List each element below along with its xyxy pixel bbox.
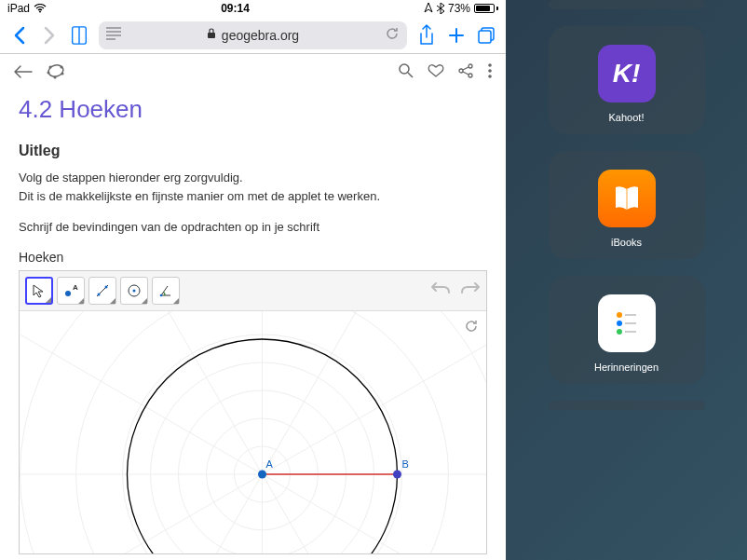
svg-point-5 xyxy=(49,66,52,69)
redo-button[interactable] xyxy=(460,280,481,301)
svg-point-12 xyxy=(469,64,472,68)
bookmarks-button[interactable] xyxy=(69,25,89,46)
reader-icon[interactable] xyxy=(106,27,121,43)
battery-pct: 73% xyxy=(448,2,470,15)
svg-text:A: A xyxy=(73,283,78,292)
ibooks-icon xyxy=(598,170,656,227)
tool-move[interactable] xyxy=(25,277,53,305)
status-bar: iPad 09:14 73% xyxy=(0,0,506,17)
back-button[interactable] xyxy=(9,25,30,46)
section-heading: Uitleg xyxy=(19,143,487,159)
page-content: 4.2 Hoeken Uitleg Volg de stappen hieron… xyxy=(0,91,506,558)
svg-point-10 xyxy=(400,64,409,74)
battery-icon xyxy=(474,4,498,13)
applet-canvas[interactable]: A B xyxy=(20,311,486,553)
svg-rect-3 xyxy=(479,31,491,43)
app-card-peek-bottom[interactable] xyxy=(549,401,705,410)
tool-line[interactable] xyxy=(88,277,116,305)
svg-point-24 xyxy=(160,294,163,296)
tool-angle[interactable] xyxy=(152,277,180,305)
svg-point-17 xyxy=(65,291,71,296)
tool-point[interactable]: A xyxy=(57,277,85,305)
app-back-button[interactable] xyxy=(13,62,34,84)
favorite-icon[interactable] xyxy=(428,62,444,83)
svg-point-23 xyxy=(133,289,136,292)
location-icon xyxy=(424,3,433,14)
svg-point-48 xyxy=(617,329,622,335)
svg-point-6 xyxy=(61,66,63,69)
more-icon[interactable] xyxy=(487,62,493,83)
kahoot-icon: K! xyxy=(598,45,656,102)
svg-point-8 xyxy=(54,76,57,79)
tabs-button[interactable] xyxy=(476,25,496,46)
app-card-peek-top[interactable] xyxy=(549,0,705,9)
applet-toolbar: A xyxy=(20,271,486,311)
bluetooth-icon xyxy=(437,3,444,14)
geogebra-app-bar xyxy=(0,54,506,91)
point-b-label: B xyxy=(402,458,409,470)
search-icon[interactable] xyxy=(398,62,414,83)
svg-line-39 xyxy=(20,335,263,474)
geogebra-applet[interactable]: A xyxy=(19,270,487,554)
svg-point-7 xyxy=(61,73,64,75)
share-button[interactable] xyxy=(416,25,437,46)
app-card-ibooks[interactable]: iBooks xyxy=(549,151,705,259)
svg-point-44 xyxy=(617,312,622,318)
app-card-kahoot[interactable]: K! Kahoot! xyxy=(549,26,705,134)
ibooks-label: iBooks xyxy=(611,237,642,248)
svg-line-37 xyxy=(20,474,263,553)
svg-rect-1 xyxy=(208,33,215,38)
applet-heading: Hoeken xyxy=(19,250,487,265)
svg-line-38 xyxy=(263,474,487,553)
app-card-reminders[interactable]: Herinneringen xyxy=(549,276,705,384)
clock: 09:14 xyxy=(221,2,250,15)
address-bar[interactable]: geogebra.org xyxy=(99,21,407,49)
instruction-paragraph-1: Volg de stappen hieronder erg zorgvuldig… xyxy=(19,169,487,205)
geogebra-logo-icon[interactable] xyxy=(47,61,65,84)
page-title: 4.2 Hoeken xyxy=(19,95,487,124)
reset-applet-icon[interactable] xyxy=(464,319,479,337)
svg-point-21 xyxy=(105,285,108,288)
svg-point-4 xyxy=(48,63,65,78)
reminders-label: Herinneringen xyxy=(594,362,659,373)
svg-point-13 xyxy=(469,74,472,77)
kahoot-label: Kahoot! xyxy=(609,112,645,123)
safari-window: iPad 09:14 73% xyxy=(0,0,506,560)
geometry-plot[interactable]: A B xyxy=(20,311,486,553)
carrier-label: iPad xyxy=(7,2,30,15)
svg-point-31 xyxy=(20,311,487,553)
wifi-icon xyxy=(34,4,47,13)
svg-point-16 xyxy=(488,75,492,78)
ipad-dock-sidebar: K! Kahoot! iBooks Herinneringen xyxy=(506,0,747,560)
svg-point-11 xyxy=(459,69,463,73)
svg-point-14 xyxy=(488,63,492,67)
point-a[interactable] xyxy=(258,470,266,478)
point-a-label: A xyxy=(266,458,274,470)
new-tab-button[interactable] xyxy=(446,25,467,46)
svg-line-36 xyxy=(263,335,487,474)
svg-point-9 xyxy=(48,72,50,75)
share-page-icon[interactable] xyxy=(457,62,474,83)
point-b[interactable] xyxy=(393,470,401,478)
instruction-paragraph-2: Schrijf de bevindingen van de opdrachten… xyxy=(19,218,487,237)
reminders-icon xyxy=(598,294,656,352)
svg-point-20 xyxy=(98,293,101,295)
svg-point-0 xyxy=(39,11,41,13)
undo-button[interactable] xyxy=(430,280,451,301)
reload-button[interactable] xyxy=(385,26,400,44)
lock-icon xyxy=(207,28,216,42)
forward-button[interactable] xyxy=(39,25,60,46)
safari-toolbar: geogebra.org xyxy=(0,17,506,54)
url-text: geogebra.org xyxy=(222,28,299,43)
tool-circle[interactable] xyxy=(120,277,148,305)
svg-point-15 xyxy=(488,69,492,73)
svg-point-46 xyxy=(617,321,622,326)
